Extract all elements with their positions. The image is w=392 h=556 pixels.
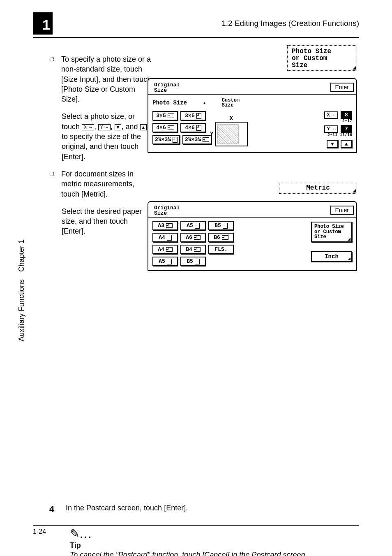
chapter-number-badge: 1 [33, 12, 53, 35]
tip-text: To cancel the "Postcard" function, touch… [70, 551, 359, 556]
x-range: 2~17 [324, 119, 352, 123]
size-4x6-landscape[interactable]: 4×6 [152, 123, 178, 132]
enter-button[interactable]: Enter [330, 83, 354, 92]
bullet-icon: ❍ [49, 171, 55, 177]
x-arrow-icon: X ↔ [82, 124, 94, 130]
size-275x375-portrait[interactable]: 2¾×3¾ [152, 135, 180, 144]
y-dim-value: 7 [341, 125, 352, 133]
side-aux-label: Auxiliary Functions [17, 279, 26, 341]
y-dim-button[interactable]: Y ↔ [324, 125, 338, 133]
inch-button[interactable]: Inch [311, 251, 352, 262]
step-number-4: 4 [49, 504, 58, 514]
size-3x5-portrait[interactable]: 3×5 [180, 111, 206, 120]
size-b5-portrait[interactable]: B5 [208, 221, 234, 230]
metric-callout[interactable]: Metric [279, 182, 357, 194]
panel1-tab[interactable]: Original Size [152, 81, 181, 95]
comma1: , [94, 123, 98, 131]
size-b5-portrait2[interactable]: B5 [180, 257, 206, 266]
size-275x375-landscape[interactable]: 2¾×3¾ [182, 135, 212, 144]
step4-text: In the Postcard screen, touch [Enter]. [66, 504, 188, 512]
photo-size-label: Photo Size [152, 100, 187, 106]
size-a5-portrait[interactable]: A5 [180, 221, 206, 230]
decrement-button[interactable]: ▼ [327, 140, 338, 148]
page-number: 1-24 [33, 528, 46, 535]
size-b4-landscape[interactable]: B4 [180, 245, 206, 254]
and-frag: , and [121, 123, 140, 131]
y-range: 2~11 11/16 [324, 133, 352, 137]
size-a4-portrait[interactable]: A4 [152, 233, 178, 242]
para-frag-b: to specify the size of the original, and… [62, 132, 141, 161]
size-a4-landscape[interactable]: A4 [152, 245, 178, 254]
x-dim-button[interactable]: X ↔ [324, 111, 338, 119]
original-size-panel-metric: Original Size Enter A3 A5 B5 A4 A6 B6 [148, 201, 357, 271]
bullet1-para: Select a photo size, or touch X ↔, Y ↔, … [62, 111, 152, 161]
size-3x5-landscape[interactable]: 3×5 [152, 111, 178, 120]
size-preview: X Y [215, 122, 248, 146]
side-tab: Auxiliary Functions Chapter 1 [17, 239, 26, 341]
bullet-text-2: For document sizes in metric measurement… [61, 169, 152, 199]
photo-custom-size-button[interactable]: Photo Size or Custom Size [311, 222, 352, 242]
up-arrow-icon: ▲ [140, 124, 147, 130]
comma2: , [111, 123, 115, 131]
custom-size-label: Custom Size [222, 98, 240, 108]
page-header: 1 1.2 Editing Images (Creation Functions… [33, 12, 359, 38]
enter-button[interactable]: Enter [330, 206, 354, 215]
panel2-tab[interactable]: Original Size [152, 204, 181, 218]
x-dim-value: 8 [341, 111, 352, 119]
tip-label: Tip [70, 541, 359, 550]
bullet-text-1: To specify a photo size or a non-standar… [61, 54, 152, 104]
size-a6-landscape[interactable]: A6 [180, 233, 206, 242]
original-size-panel-inch: Original Size Enter Photo Size ◆ Custom … [148, 78, 357, 153]
down-arrow-icon: ▼ [115, 124, 122, 130]
size-a5-portrait2[interactable]: A5 [152, 257, 178, 266]
photo-custom-callout[interactable]: Photo Size or Custom Size [287, 45, 357, 71]
bullet-icon: ❍ [49, 56, 55, 63]
bullet2-para: Select the desired paper size, and then … [62, 206, 152, 236]
page-footer: 1-24 [33, 525, 359, 535]
increment-button[interactable]: ▲ [341, 140, 352, 148]
size-a3-landscape[interactable]: A3 [152, 221, 178, 230]
size-b6-landscape[interactable]: B6 [208, 233, 234, 242]
size-fls[interactable]: FLS. [208, 245, 234, 254]
size-4x6-portrait[interactable]: 4×6 [180, 123, 206, 132]
section-title: 1.2 Editing Images (Creation Functions) [61, 12, 359, 28]
side-chapter-label: Chapter 1 [17, 239, 26, 272]
y-arrow-icon: Y ↔ [98, 124, 111, 130]
